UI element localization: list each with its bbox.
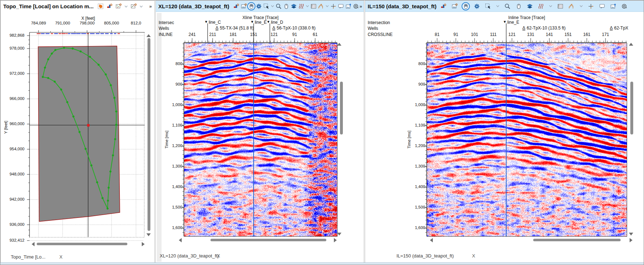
seismic-grid-icon[interactable] — [557, 3, 564, 10]
tab-crossline[interactable]: XL=120 (data_3D_teapot_ft) — [160, 253, 219, 259]
line-marker-line_C[interactable]: ▼line_C — [204, 20, 221, 25]
time-tick-label: 1,400 — [404, 184, 425, 189]
chevron-down-icon[interactable] — [580, 4, 583, 9]
chevron-down-icon[interactable] — [496, 4, 499, 9]
line-marker-line_D[interactable]: ▼line_D — [267, 20, 283, 25]
scroll-right-button[interactable] — [630, 238, 632, 242]
crosshair-icon[interactable] — [330, 3, 337, 10]
trace-tick-label: 241 — [189, 32, 196, 37]
zoom-icon[interactable] — [275, 3, 282, 10]
chevron-down-icon[interactable] — [326, 4, 329, 9]
close-icon[interactable]: X — [59, 254, 63, 260]
mouse-icon[interactable] — [515, 3, 522, 10]
snapshot-icon[interactable] — [451, 3, 458, 10]
well-symbol-icon: Δ — [272, 26, 275, 31]
well-marker[interactable]: Δ56-TpX-10 (338.0 ft) — [272, 26, 316, 31]
zoom-icon[interactable] — [504, 3, 511, 10]
settings-gear-icon[interactable] — [255, 3, 262, 10]
scroll-up-button[interactable] — [337, 43, 341, 46]
export-image-icon[interactable] — [345, 3, 352, 10]
intersection-icon[interactable] — [233, 3, 240, 10]
line-marker-label: line_D — [271, 20, 283, 25]
well-label: 55-TX-34 (51.8 ft) — [220, 26, 254, 31]
map-scroll-right-button[interactable] — [142, 242, 145, 246]
trace-tick-label: 91 — [292, 32, 297, 37]
overflow-icon[interactable]: » — [359, 4, 362, 9]
seismic-section-view[interactable] — [427, 43, 627, 237]
tab-crossline-label[interactable]: XL=120 (data_3D_teapot_ft) — [160, 253, 219, 259]
line-marker-line_E[interactable]: ▼line_E — [250, 20, 267, 25]
tab-inline[interactable]: IL=150 (data_3D_teapot_ft) — [396, 253, 454, 259]
trace-tick-label: 101 — [471, 32, 478, 37]
scroll-left-button[interactable] — [179, 238, 182, 242]
panel-left-margin — [157, 13, 162, 262]
chevron-down-icon[interactable] — [271, 4, 274, 9]
pan-hand-icon[interactable] — [248, 3, 255, 10]
vertical-scrollbar[interactable] — [630, 82, 633, 134]
settings-gear-icon[interactable] — [473, 3, 480, 10]
time-tick-label: 1,200 — [404, 143, 425, 148]
snapshot-icon[interactable] — [240, 3, 247, 10]
well-marker[interactable]: Δ62-TpX-10 (133.5 ft) — [522, 26, 566, 31]
map-scroll-down-button[interactable] — [146, 233, 151, 236]
map-scroll-left-button[interactable] — [32, 242, 35, 246]
close-icon[interactable]: X — [472, 253, 475, 259]
tab-map[interactable]: Topo_Time [Lo... — [11, 254, 45, 260]
scroll-up-button[interactable] — [629, 43, 633, 46]
layers-icon[interactable] — [526, 3, 533, 10]
select-cursor-icon[interactable] — [485, 3, 491, 10]
select-cursor-icon[interactable] — [263, 3, 270, 10]
crosshair-icon[interactable] — [588, 3, 594, 10]
well-marker[interactable]: Δ55-TX-34 (51.8 ft) — [216, 26, 254, 31]
scroll-left-button[interactable] — [430, 238, 433, 242]
horizontal-scrollbar[interactable] — [210, 239, 326, 241]
scroll-down-button[interactable] — [629, 233, 633, 236]
comment-icon[interactable] — [599, 3, 606, 10]
line-marker-label: line_E — [507, 20, 519, 25]
intersection-icon[interactable] — [440, 3, 447, 10]
well-label: 62-TpX — [614, 26, 628, 31]
intersection-line-line_E[interactable] — [253, 43, 254, 236]
annotation-icon[interactable] — [353, 3, 359, 10]
close-icon[interactable]: X — [217, 253, 220, 259]
well-label: 62-TpX-10 (133.5 ft) — [527, 26, 566, 31]
export-image-icon[interactable] — [610, 3, 617, 10]
histogram-icon[interactable] — [568, 3, 575, 10]
comment-icon[interactable] — [337, 3, 344, 10]
chevron-down-icon[interactable] — [549, 4, 552, 9]
trace-row-label: CROSSLINE — [368, 32, 393, 37]
line-marker-icon: ▼ — [250, 20, 254, 24]
scroll-down-button[interactable] — [337, 233, 341, 236]
crossline-panel-title: XL=120 (data_3D_teapot_ft) — [158, 3, 229, 9]
annotation-icon[interactable] — [621, 3, 628, 10]
layers-icon[interactable] — [290, 3, 297, 10]
survey-outline-polygon[interactable] — [38, 46, 120, 221]
time-tick-label: 1,600 — [404, 225, 425, 230]
map-scroll-up-button[interactable] — [146, 34, 151, 37]
histogram-icon[interactable] — [318, 3, 325, 10]
inline-section-panel: IL=150 (data_3D_teapot_ft) Inline Trace … — [365, 0, 644, 263]
scroll-right-button[interactable] — [334, 238, 337, 242]
mouse-icon[interactable] — [283, 3, 290, 10]
line-marker-line_E[interactable]: ▼line_E — [503, 20, 519, 25]
intersection-point[interactable] — [87, 124, 90, 127]
intersection-line-line_E[interactable] — [506, 43, 507, 236]
seismic-grid-icon[interactable] — [310, 3, 317, 10]
line-marker-icon: ▼ — [503, 20, 507, 24]
map-horizontal-scrollbar[interactable] — [37, 243, 127, 245]
tab-inline-label[interactable]: IL=150 (data_3D_teapot_ft) — [396, 253, 454, 259]
map-vertical-scrollbar[interactable] — [148, 38, 150, 231]
well-marker[interactable]: Δ62-TpX — [610, 26, 628, 31]
wiggle-display-icon[interactable] — [298, 3, 305, 10]
pan-hand-icon[interactable] — [462, 3, 469, 10]
vertical-scrollbar[interactable] — [340, 82, 343, 134]
chevron-down-icon[interactable] — [306, 4, 309, 9]
horizontal-scrollbar[interactable] — [533, 239, 621, 241]
trace-axis-title: Inline Trace [Trace] — [508, 15, 545, 20]
inline-panel-title: IL=150 (data_3D_teapot_ft) — [368, 3, 436, 9]
map-view[interactable] — [1, 1, 155, 252]
seismic-section-view[interactable] — [184, 43, 337, 237]
tab-map-label[interactable]: Topo_Time [Lo... — [11, 254, 45, 260]
wiggle-display-icon[interactable] — [538, 3, 544, 10]
line-marker-icon: ▼ — [204, 20, 208, 24]
